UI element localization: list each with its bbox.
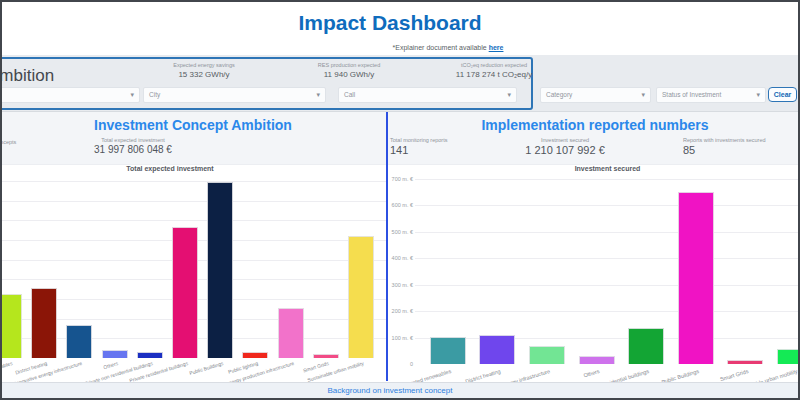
right-chart-plot: 0100 m. €200 m. €300 m. €400 m. €500 m. … bbox=[415, 172, 800, 364]
panel-divider bbox=[386, 112, 388, 381]
kpi-value: 15 332 GWh/y bbox=[144, 69, 264, 80]
gridline bbox=[415, 311, 800, 312]
bar-others[interactable] bbox=[579, 356, 615, 364]
gridline bbox=[415, 338, 800, 339]
slicer-cut[interactable]: ▾ bbox=[0, 87, 140, 103]
gridline bbox=[0, 181, 386, 182]
bar-district-heating[interactable] bbox=[31, 288, 57, 358]
bar-others[interactable] bbox=[102, 350, 128, 358]
bar-public-buildings[interactable] bbox=[207, 182, 233, 358]
kpi-total-investment-concepts-label: Total investment concepts bbox=[0, 139, 16, 146]
kpi-value: 1 210 107 992 € bbox=[500, 144, 630, 156]
kpi-label: Total monitoring reports bbox=[390, 137, 470, 144]
impact-dashboard: Impact Dashboard *Explainer document ava… bbox=[0, 0, 800, 400]
clear-button[interactable]: Clear bbox=[768, 87, 797, 102]
slicer-status-of-investment[interactable]: Status of Investment▾ bbox=[656, 87, 766, 103]
bar-innovative-energy-infrastructure[interactable] bbox=[529, 346, 565, 364]
kpi-label: Expected energy savings bbox=[144, 62, 264, 69]
kpi-value: 85 bbox=[683, 144, 795, 156]
chevron-down-icon: ▾ bbox=[130, 88, 134, 102]
slicer-city[interactable]: City▾ bbox=[143, 87, 326, 103]
kpi-value: 141 bbox=[390, 144, 470, 156]
bar-private-non-residential-buildings[interactable] bbox=[137, 352, 163, 358]
kpi-res-production: RES production expected 11 940 GWh/y bbox=[289, 62, 409, 80]
y-axis-label: 600 m. € bbox=[387, 202, 413, 208]
kpi-value: 11 940 GWh/y bbox=[289, 69, 409, 80]
ambition-label: Ambition bbox=[0, 66, 54, 86]
y-axis-label: 400 m. € bbox=[387, 255, 413, 261]
gridline bbox=[415, 258, 800, 259]
bar-district-heating[interactable] bbox=[479, 335, 515, 364]
gridline bbox=[415, 232, 800, 233]
kpi-label: tCO₂eq reduction expected bbox=[434, 62, 554, 69]
y-axis-label: 300 m. € bbox=[387, 282, 413, 288]
kpi-label: Total expected investment bbox=[63, 137, 203, 144]
bar-smart-grids[interactable] bbox=[727, 360, 763, 364]
explainer-text: *Explainer document available here bbox=[393, 44, 504, 51]
bar-innovative-energy-infrastructure[interactable] bbox=[66, 325, 92, 358]
left-panel-title: Investment Concept Ambition bbox=[40, 117, 346, 133]
y-axis-label: 100 m. € bbox=[387, 335, 413, 341]
kpi-investment-secured: Investment secured 1 210 107 992 € bbox=[500, 137, 630, 156]
y-axis-label: 500 m. € bbox=[387, 229, 413, 235]
bar-smart-grids[interactable] bbox=[313, 354, 339, 358]
gridline bbox=[415, 285, 800, 286]
bar-public-lighting[interactable] bbox=[242, 352, 268, 358]
bar-sustainable-urban-mobility[interactable] bbox=[348, 236, 374, 358]
explainer-prefix: *Explainer document available bbox=[393, 44, 487, 51]
left-chart-plot: Building integrated renewablesDistrict h… bbox=[0, 175, 386, 358]
chevron-down-icon: ▾ bbox=[507, 88, 511, 102]
y-axis-label: 0 bbox=[387, 361, 413, 367]
explainer-link[interactable]: here bbox=[489, 44, 504, 51]
page-title: Impact Dashboard bbox=[298, 11, 481, 35]
kpi-value: 31 997 806 048 € bbox=[63, 144, 203, 156]
x-axis-label: Smart Grids bbox=[719, 368, 749, 382]
x-axis-label: Public Buildings bbox=[188, 360, 224, 376]
kpi-label: Investment secured bbox=[500, 137, 630, 144]
gridline bbox=[415, 179, 800, 180]
gridline bbox=[415, 205, 800, 206]
chevron-down-icon: ▾ bbox=[641, 88, 645, 102]
right-chart-title: Investment secured bbox=[500, 165, 715, 172]
y-axis-label: 700 m. € bbox=[387, 176, 413, 182]
gridline bbox=[0, 201, 386, 202]
left-chart-title: Total expected investment bbox=[60, 165, 280, 172]
background-investment-concept-link[interactable]: Background on investment concept bbox=[328, 386, 453, 395]
kpi-expected-energy-savings: Expected energy savings 15 332 GWh/y bbox=[144, 62, 264, 80]
bar-renewable-energy-production-infrastructure[interactable] bbox=[278, 308, 304, 358]
x-axis-label: Others bbox=[583, 368, 601, 379]
bar-public-buildings[interactable] bbox=[678, 192, 714, 364]
bar-private-residential-buildings[interactable] bbox=[628, 328, 664, 364]
bar-private-residential-buildings[interactable] bbox=[172, 227, 198, 358]
chevron-down-icon: ▾ bbox=[316, 88, 320, 102]
chevron-down-icon: ▾ bbox=[756, 88, 760, 102]
kpi-total-expected-investment: Total expected investment 31 997 806 048… bbox=[63, 137, 203, 156]
kpi-value: 11 178 274 t CO₂eq/y bbox=[434, 69, 554, 80]
right-panel-title: Implementation reported numbers bbox=[440, 117, 750, 133]
bar-sustainable-urban-mobility[interactable] bbox=[777, 349, 800, 364]
bar-building-integrated-renewables[interactable] bbox=[430, 337, 466, 364]
kpi-co2-reduction: tCO₂eq reduction expected 11 178 274 t C… bbox=[434, 62, 554, 80]
kpi-total-monitoring-reports: Total monitoring reports 141 bbox=[390, 137, 470, 156]
slicer-category[interactable]: Category▾ bbox=[540, 87, 651, 103]
slicer-call[interactable]: Call▾ bbox=[338, 87, 517, 103]
y-axis-label: 200 m. € bbox=[387, 308, 413, 314]
kpi-label: RES production expected bbox=[289, 62, 409, 69]
bar-building-integrated-renewables[interactable] bbox=[0, 294, 22, 358]
kpi-label: Reports with investments secured bbox=[683, 137, 795, 144]
gridline bbox=[0, 220, 386, 221]
kpi-reports-with-investments-secured: Reports with investments secured 85 bbox=[683, 137, 795, 156]
x-axis-label: Others bbox=[103, 360, 119, 370]
